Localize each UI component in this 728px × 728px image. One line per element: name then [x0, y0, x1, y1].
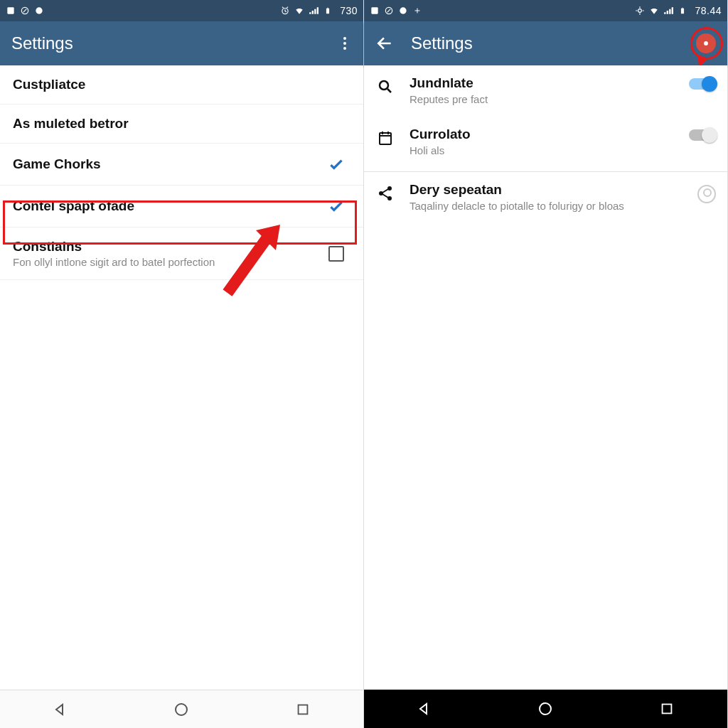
status-bar: 730: [0, 0, 363, 21]
list-item-label: Custpliatce: [13, 77, 350, 92]
toggle-switch[interactable]: [689, 78, 716, 90]
list-item-label: Jundnlate: [410, 75, 669, 91]
list-item-label: As muleted betror: [13, 116, 350, 132]
svg-point-10: [400, 7, 406, 14]
search-icon: [375, 77, 395, 97]
screen-right: 78.44 Settings Jundnlate Reputes pre fac…: [364, 0, 728, 728]
page-title: Settings: [411, 33, 473, 53]
list-item[interactable]: Game Chorks: [0, 144, 363, 186]
svg-rect-0: [7, 7, 14, 14]
list-item[interactable]: Dery sepeatan Taqaliny delacle to piotal…: [364, 172, 727, 223]
app-icon-2: [34, 6, 44, 16]
settings-list: Custpliatce As muleted betror Game Chork…: [0, 65, 363, 690]
app-icon: [384, 6, 394, 16]
toggle-switch[interactable]: [689, 129, 716, 141]
app-bar: Settings: [364, 21, 727, 65]
svg-point-11: [638, 9, 642, 13]
nav-back-icon[interactable]: [414, 699, 434, 719]
back-button[interactable]: [375, 34, 394, 53]
nav-home-icon[interactable]: [535, 699, 555, 719]
nav-recent-icon[interactable]: [293, 700, 313, 719]
svg-point-20: [540, 703, 551, 714]
svg-rect-13: [682, 8, 684, 9]
list-item-label: Dery sepeatan: [410, 182, 669, 198]
share-icon: [375, 183, 395, 203]
overflow-menu-icon[interactable]: [338, 31, 352, 55]
globe-icon: [697, 185, 716, 203]
list-item-sublabel: Holi als: [410, 144, 669, 158]
notification-icon: [370, 6, 380, 16]
record-badge-icon[interactable]: [696, 33, 716, 53]
location-icon: [635, 6, 645, 16]
list-item-sublabel: Reputes pre fact: [410, 92, 669, 107]
wifi-icon: [294, 6, 304, 16]
list-item-highlighted[interactable]: Contel spapt ofade: [0, 186, 363, 228]
nav-recent-icon[interactable]: [657, 699, 677, 719]
svg-rect-16: [380, 133, 391, 144]
alarm-icon: [280, 6, 290, 16]
navigation-bar: [0, 690, 363, 728]
wifi-icon: [649, 6, 659, 16]
app-icon-2: [398, 6, 408, 16]
svg-rect-7: [298, 705, 307, 714]
svg-rect-8: [371, 7, 378, 14]
list-item[interactable]: Jundnlate Reputes pre fact: [364, 65, 727, 117]
app-icon: [20, 6, 30, 16]
list-item-sublabel: Fon ollyl intlone sigit ard to batel por…: [13, 256, 322, 268]
notification-icon: [6, 6, 16, 16]
settings-list: Jundnlate Reputes pre fact Currolato Hol…: [364, 65, 727, 690]
battery-icon: [323, 6, 333, 16]
list-item-label: Constiains: [13, 239, 322, 255]
list-item[interactable]: Custpliatce: [0, 65, 363, 105]
calendar-icon: [375, 128, 395, 148]
svg-rect-21: [662, 705, 671, 714]
svg-point-14: [704, 41, 708, 46]
checkbox-icon[interactable]: [328, 246, 344, 262]
screen-left: 730 Settings Custpliatce As muleted betr…: [0, 0, 364, 728]
check-icon: [322, 155, 350, 173]
list-item-label: Currolato: [410, 127, 669, 142]
signal-icon: [309, 6, 318, 16]
signal-icon: [663, 6, 673, 16]
status-time: 730: [340, 5, 358, 16]
svg-rect-5: [327, 8, 328, 9]
battery-icon: [678, 6, 687, 16]
svg-rect-12: [681, 9, 684, 14]
list-item[interactable]: Currolato Holi als: [364, 117, 727, 168]
list-item[interactable]: Constiains Fon ollyl intlone sigit ard t…: [0, 228, 363, 280]
list-item-sublabel: Taqaliny delacle to piotalle to folurigy…: [410, 199, 669, 213]
page-title: Settings: [11, 33, 73, 53]
svg-point-6: [176, 704, 187, 715]
nav-back-icon[interactable]: [50, 700, 70, 719]
list-item-label: Game Chorks: [13, 156, 322, 172]
svg-point-2: [36, 7, 42, 14]
list-item[interactable]: As muleted betror: [0, 105, 363, 144]
svg-rect-4: [326, 9, 329, 14]
list-item-label: Contel spapt ofade: [13, 198, 322, 214]
svg-point-15: [380, 81, 388, 90]
nav-home-icon[interactable]: [171, 700, 191, 719]
status-time: 78.44: [695, 5, 722, 16]
check-icon: [322, 197, 350, 215]
app-bar: Settings: [0, 21, 363, 65]
navigation-bar: [364, 690, 727, 728]
status-bar: 78.44: [364, 0, 727, 21]
plus-icon: [412, 6, 422, 16]
